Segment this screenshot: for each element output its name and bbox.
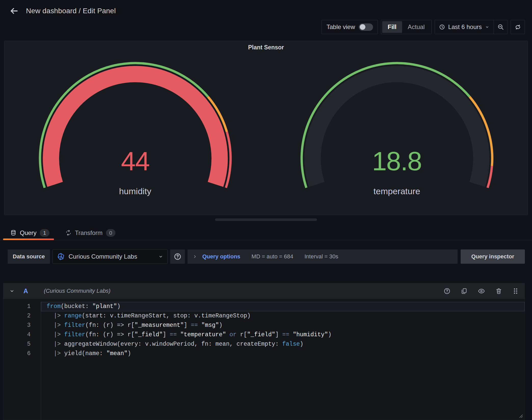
gauge-humidity: 44 humidity bbox=[4, 57, 266, 209]
query-ref-id[interactable]: A bbox=[23, 287, 28, 295]
transform-icon bbox=[65, 230, 72, 236]
table-view-label: Table view bbox=[326, 23, 355, 31]
panel-preview: Plant Sensor 44 humidity 18.8 temperatur… bbox=[4, 41, 528, 215]
gauge-humidity-value: 44 bbox=[36, 146, 235, 176]
table-view-switch[interactable] bbox=[359, 23, 373, 31]
gauges-row: 44 humidity 18.8 temperature bbox=[4, 57, 528, 209]
tab-transform[interactable]: Transform 0 bbox=[65, 226, 115, 240]
page-header: New dashboard / Edit Panel bbox=[0, 0, 532, 16]
back-arrow-button[interactable] bbox=[9, 6, 19, 16]
fill-button[interactable]: Fill bbox=[382, 21, 402, 33]
chevron-right-icon bbox=[193, 254, 197, 259]
query-datasource-subtitle: (Curious Community Labs) bbox=[44, 288, 111, 294]
panel-resize-handle[interactable] bbox=[215, 218, 317, 221]
query-row-header: A (Curious Community Labs) bbox=[3, 283, 525, 299]
code-lines[interactable]: from(bucket: "plant") |> range(start: v.… bbox=[41, 302, 525, 420]
query-help-icon[interactable] bbox=[444, 288, 450, 295]
query-editor-row: A (Curious Community Labs) bbox=[3, 283, 525, 420]
code-line[interactable]: |> aggregateWindow(every: v.windowPeriod… bbox=[41, 340, 525, 349]
editor-resize-corner[interactable] bbox=[518, 413, 523, 418]
page-title: New dashboard / Edit Panel bbox=[26, 7, 116, 15]
editor-tabs: Query 1 Transform 0 bbox=[0, 226, 532, 240]
gauge-temperature: 18.8 temperature bbox=[266, 57, 528, 209]
tab-transform-label: Transform bbox=[75, 229, 102, 236]
actual-button[interactable]: Actual bbox=[402, 21, 430, 33]
help-circle-icon bbox=[174, 253, 181, 260]
code-line[interactable]: from(bucket: "plant") bbox=[41, 302, 525, 311]
database-icon bbox=[10, 230, 17, 236]
time-range-button[interactable]: Last 6 hours bbox=[435, 20, 494, 34]
display-mode-group: Fill Actual bbox=[381, 20, 432, 34]
time-picker: Last 6 hours bbox=[435, 20, 508, 34]
datasource-help-button[interactable] bbox=[170, 249, 185, 264]
collapse-chevron-icon[interactable] bbox=[9, 288, 15, 294]
refresh-button[interactable] bbox=[511, 20, 525, 34]
query-actions bbox=[444, 287, 519, 295]
code-line[interactable]: |> yield(name: "mean") bbox=[41, 349, 525, 358]
datasource-select[interactable]: Curious Community Labs bbox=[52, 249, 168, 264]
line-number-gutter: 123456 bbox=[3, 302, 41, 420]
zoom-out-icon bbox=[497, 24, 504, 30]
gauge-humidity-label: humidity bbox=[36, 186, 235, 196]
tab-transform-badge: 0 bbox=[106, 229, 116, 237]
code-line[interactable]: |> filter(fn: (r) => r["_measurement"] =… bbox=[41, 321, 525, 330]
code-line[interactable]: |> filter(fn: (r) => r["_field"] == "tem… bbox=[41, 330, 525, 340]
refresh-icon bbox=[514, 24, 521, 31]
query-options-bar: Query options MD = auto = 684 Interval =… bbox=[188, 249, 458, 264]
datasource-toolbar: Data source Curious Community Labs Query… bbox=[8, 249, 525, 264]
interval-text: Interval = 30s bbox=[304, 253, 338, 260]
toggle-visibility-icon[interactable] bbox=[478, 287, 485, 295]
tab-query-label: Query bbox=[20, 229, 36, 236]
flux-query-editor[interactable]: 123456 from(bucket: "plant") |> range(st… bbox=[3, 299, 525, 420]
query-inspector-button[interactable]: Query inspector bbox=[461, 249, 525, 264]
gauge-temperature-value: 18.8 bbox=[298, 146, 496, 176]
drag-handle-icon[interactable] bbox=[512, 288, 519, 295]
clock-icon bbox=[439, 24, 445, 30]
chevron-down-icon bbox=[485, 25, 489, 29]
delete-query-icon[interactable] bbox=[495, 288, 502, 295]
duplicate-query-icon[interactable] bbox=[461, 288, 468, 295]
max-datapoints-text: MD = auto = 684 bbox=[251, 253, 293, 260]
zoom-out-time-button[interactable] bbox=[494, 20, 507, 34]
influxdb-logo-icon bbox=[57, 253, 65, 261]
datasource-label: Data source bbox=[8, 249, 50, 264]
tab-query-badge: 1 bbox=[40, 229, 49, 237]
panel-title: Plant Sensor bbox=[4, 41, 528, 51]
gauge-temperature-label: temperature bbox=[298, 186, 496, 196]
query-options-link[interactable]: Query options bbox=[202, 253, 240, 260]
chevron-down-icon bbox=[158, 254, 163, 259]
tab-query[interactable]: Query 1 bbox=[10, 226, 49, 240]
datasource-value: Curious Community Labs bbox=[69, 253, 137, 260]
code-line[interactable]: |> range(start: v.timeRangeStart, stop: … bbox=[41, 311, 525, 321]
table-view-toggle[interactable]: Table view bbox=[322, 20, 378, 34]
time-range-label: Last 6 hours bbox=[448, 23, 482, 31]
panel-controls: Table view Fill Actual Last 6 hours bbox=[0, 20, 525, 34]
